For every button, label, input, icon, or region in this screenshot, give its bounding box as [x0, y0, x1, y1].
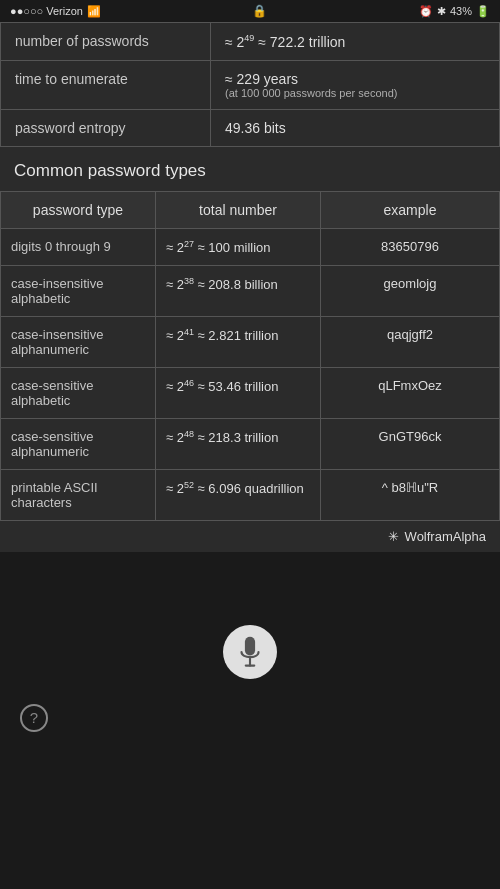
col-header-type: password type: [1, 191, 156, 228]
stats-row-time: time to enumerate ≈ 229 years (at 100 00…: [1, 60, 500, 109]
status-bar: ●●○○○ Verizon 📶 🔒 ⏰ ✱ 43% 🔋: [0, 0, 500, 22]
example-case-insensitive-alnum: qaqjgff2: [321, 316, 500, 367]
table-header-row: password type total number example: [1, 191, 500, 228]
col-header-total: total number: [156, 191, 321, 228]
type-case-insensitive-alnum: case-insensitive alphanumeric: [1, 316, 156, 367]
carrier-label: ●●○○○ Verizon: [10, 5, 83, 17]
mic-button[interactable]: [223, 625, 277, 679]
stats-row-passwords: number of passwords ≈ 249 ≈ 722.2 trilli…: [1, 23, 500, 61]
battery-label: 43%: [450, 5, 472, 17]
table-row: printable ASCII characters ≈ 252 ≈ 6.096…: [1, 469, 500, 520]
stats-label-time: time to enumerate: [1, 60, 211, 109]
stats-note-time: (at 100 000 passwords per second): [225, 87, 485, 99]
bottom-bar: ?: [0, 552, 500, 752]
type-case-insensitive-alpha: case-insensitive alphabetic: [1, 265, 156, 316]
stats-row-entropy: password entropy 49.36 bits: [1, 109, 500, 146]
help-label: ?: [30, 709, 38, 726]
wifi-icon: 📶: [87, 5, 101, 18]
col-header-example: example: [321, 191, 500, 228]
stats-table: number of passwords ≈ 249 ≈ 722.2 trilli…: [0, 22, 500, 147]
section-heading: Common password types: [0, 147, 500, 191]
status-right: ⏰ ✱ 43% 🔋: [419, 5, 490, 18]
lock-icon: 🔒: [252, 4, 267, 18]
type-case-sensitive-alnum: case-sensitive alphanumeric: [1, 418, 156, 469]
stats-value-entropy: 49.36 bits: [211, 109, 500, 146]
main-content: number of passwords ≈ 249 ≈ 722.2 trilli…: [0, 22, 500, 552]
help-button[interactable]: ?: [20, 704, 48, 732]
wolfram-name: WolframAlpha: [405, 529, 486, 544]
example-case-sensitive-alnum: GnGT96ck: [321, 418, 500, 469]
wolfram-branding: ✳ WolframAlpha: [0, 521, 500, 552]
type-digits: digits 0 through 9: [1, 228, 156, 265]
example-case-sensitive-alpha: qLFmxOez: [321, 367, 500, 418]
status-left: ●●○○○ Verizon 📶: [10, 5, 101, 18]
wolfram-logo-icon: ✳: [388, 529, 399, 544]
battery-icon: 🔋: [476, 5, 490, 18]
stats-label-passwords: number of passwords: [1, 23, 211, 61]
bluetooth-icon: ✱: [437, 5, 446, 18]
example-case-insensitive-alpha: geomlojg: [321, 265, 500, 316]
password-types-table: password type total number example digit…: [0, 191, 500, 521]
table-row: digits 0 through 9 ≈ 227 ≈ 100 million 8…: [1, 228, 500, 265]
total-printable-ascii: ≈ 252 ≈ 6.096 quadrillion: [156, 469, 321, 520]
alarm-icon: ⏰: [419, 5, 433, 18]
total-case-insensitive-alnum: ≈ 241 ≈ 2.821 trillion: [156, 316, 321, 367]
table-row: case-sensitive alphabetic ≈ 246 ≈ 53.46 …: [1, 367, 500, 418]
stats-value-time: ≈ 229 years (at 100 000 passwords per se…: [211, 60, 500, 109]
total-digits: ≈ 227 ≈ 100 million: [156, 228, 321, 265]
example-digits: 83650796: [321, 228, 500, 265]
table-row: case-insensitive alphabetic ≈ 238 ≈ 208.…: [1, 265, 500, 316]
table-row: case-sensitive alphanumeric ≈ 248 ≈ 218.…: [1, 418, 500, 469]
type-case-sensitive-alpha: case-sensitive alphabetic: [1, 367, 156, 418]
stats-label-entropy: password entropy: [1, 109, 211, 146]
total-case-sensitive-alnum: ≈ 248 ≈ 218.3 trillion: [156, 418, 321, 469]
total-case-sensitive-alpha: ≈ 246 ≈ 53.46 trillion: [156, 367, 321, 418]
total-case-insensitive-alpha: ≈ 238 ≈ 208.8 billion: [156, 265, 321, 316]
stats-value-passwords: ≈ 249 ≈ 722.2 trillion: [211, 23, 500, 61]
type-printable-ascii: printable ASCII characters: [1, 469, 156, 520]
svg-rect-0: [245, 637, 255, 656]
microphone-icon: [236, 635, 264, 669]
example-printable-ascii: ^ b8ℍu"R: [321, 469, 500, 520]
table-row: case-insensitive alphanumeric ≈ 241 ≈ 2.…: [1, 316, 500, 367]
